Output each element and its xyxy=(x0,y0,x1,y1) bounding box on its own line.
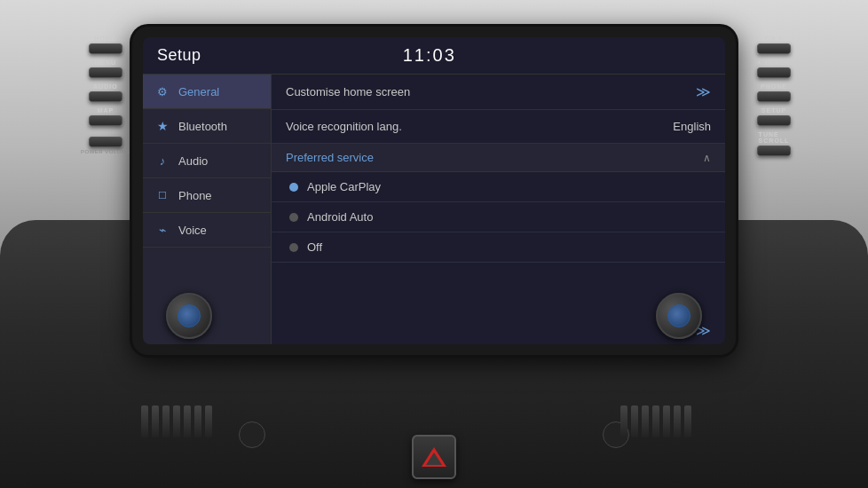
off-option[interactable]: Off xyxy=(272,232,725,263)
nav-label-bluetooth: Bluetooth xyxy=(178,120,227,133)
android-auto-option[interactable]: Android Auto xyxy=(272,202,725,232)
tune-scroll-button[interactable]: TUNE SCROLL xyxy=(757,131,791,156)
apple-carplay-label: Apple CarPlay xyxy=(307,180,381,193)
nav-label-phone: Phone xyxy=(178,189,212,202)
voice-icon: ⌁ xyxy=(155,223,170,237)
screen: Setup 11:03 ⚙ General ★ Bluetooth xyxy=(143,37,725,344)
voice-lang-label: Voice recognition lang. xyxy=(286,120,402,133)
hazard-triangle-icon xyxy=(422,447,446,467)
apple-carplay-option[interactable]: Apple CarPlay xyxy=(272,172,725,202)
apple-carplay-radio xyxy=(289,183,298,192)
volume-knob[interactable] xyxy=(166,293,212,339)
nav-label-voice: Voice xyxy=(178,224,207,237)
power-volume-label: POWER VOLUME xyxy=(81,149,130,154)
header-bar: Setup 11:03 xyxy=(143,37,725,75)
map-button[interactable]: MAP xyxy=(81,107,130,126)
volume-knob-inner xyxy=(178,304,201,327)
side-buttons-left: HOME MENU AUDIO MAP POWER VOLUME xyxy=(81,35,130,154)
main-content: ⚙ General ★ Bluetooth ♪ Audio ☐ xyxy=(143,75,725,344)
hazard-button[interactable] xyxy=(412,435,456,479)
screen-title: Setup xyxy=(157,46,201,65)
side-buttons-right: CH > < TRACK PHONE SETUP TUNE SCROLL xyxy=(757,35,791,156)
bluetooth-icon: ★ xyxy=(155,119,170,133)
audio-button[interactable]: AUDIO xyxy=(81,83,130,102)
nav-item-audio[interactable]: ♪ Audio xyxy=(143,144,271,178)
nav-item-general[interactable]: ⚙ General xyxy=(143,75,271,109)
setup-button[interactable]: SETUP xyxy=(757,107,791,126)
android-auto-label: Android Auto xyxy=(307,210,373,224)
vent-left xyxy=(141,404,248,439)
general-icon: ⚙ xyxy=(155,84,170,98)
right-panel: Customise home screen ≫ Voice recognitio… xyxy=(272,75,725,344)
customise-row[interactable]: Customise home screen ≫ xyxy=(272,75,725,110)
tune-knob-inner xyxy=(667,304,690,327)
clock: 11:03 xyxy=(403,45,456,66)
tune-knob[interactable] xyxy=(656,293,702,339)
vent-right xyxy=(620,404,727,439)
infotainment-surround: HOME MENU AUDIO MAP POWER VOLUME xyxy=(132,27,736,355)
bottom-area xyxy=(132,399,736,488)
car-interior: HOME MENU AUDIO MAP POWER VOLUME xyxy=(0,0,868,488)
customise-label: Customise home screen xyxy=(286,85,410,98)
ch-button[interactable]: CH > xyxy=(757,35,791,54)
track-button[interactable]: < TRACK xyxy=(757,59,791,78)
off-radio xyxy=(289,243,298,252)
screen-content: Setup 11:03 ⚙ General ★ Bluetooth xyxy=(143,37,725,344)
menu-button[interactable]: MENU xyxy=(81,59,130,78)
power-volume-button[interactable] xyxy=(89,137,122,147)
nav-item-phone[interactable]: ☐ Phone xyxy=(143,178,271,213)
preferred-service-label: Preferred service xyxy=(286,151,374,164)
home-button[interactable]: HOME xyxy=(81,35,130,54)
voice-lang-value: English xyxy=(673,120,711,133)
phone-nav-icon: ☐ xyxy=(155,188,170,202)
nav-item-bluetooth[interactable]: ★ Bluetooth xyxy=(143,109,271,144)
off-label: Off xyxy=(307,240,322,254)
nav-item-voice[interactable]: ⌁ Voice xyxy=(143,213,271,248)
voice-lang-row[interactable]: Voice recognition lang. English xyxy=(272,110,725,144)
preferred-service-chevron-icon: ∧ xyxy=(703,152,711,164)
customise-chevron-icon: ≫ xyxy=(696,83,711,100)
audio-nav-icon: ♪ xyxy=(155,153,170,168)
android-auto-radio xyxy=(289,213,298,222)
nav-label-general: General xyxy=(178,85,219,98)
preferred-service-header[interactable]: Preferred service ∧ xyxy=(272,144,725,172)
speaker-left xyxy=(239,421,265,448)
phone-button[interactable]: PHONE xyxy=(757,83,791,102)
nav-label-audio: Audio xyxy=(178,154,208,168)
